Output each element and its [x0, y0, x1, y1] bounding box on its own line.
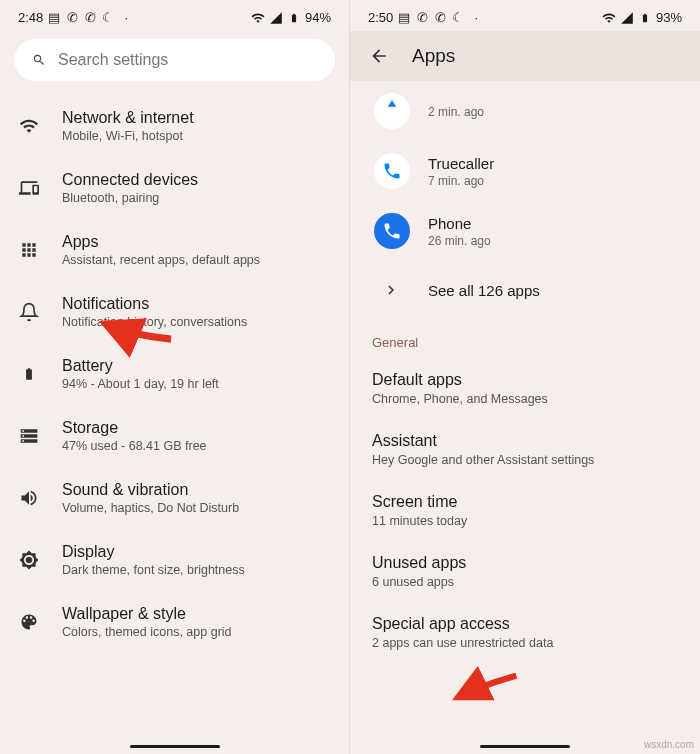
- battery-icon: [18, 363, 40, 385]
- recent-app-row[interactable]: Truecaller 7 min. ago: [350, 141, 700, 201]
- general-screen-time[interactable]: Screen time 11 minutes today: [350, 480, 700, 541]
- signal-icon: [269, 11, 283, 25]
- status-bar: 2:48 ▤ ✆ ✆ ☾ · 94%: [0, 0, 349, 31]
- clock-icon: ✆: [433, 11, 447, 25]
- setting-sub: Notification history, conversations: [62, 315, 331, 329]
- apps-screen: 2:50 ▤ ✆ ✆ ☾ · 93% Apps 2 min. ago: [350, 0, 700, 754]
- phone-icon: ✆: [65, 11, 79, 25]
- app-icon: [374, 93, 410, 129]
- setting-sub: 94% - About 1 day, 19 hr left: [62, 377, 331, 391]
- volume-icon: [18, 487, 40, 509]
- settings-screen: 2:48 ▤ ✆ ✆ ☾ · 94%: [0, 0, 350, 754]
- setting-display[interactable]: Display Dark theme, font size, brightnes…: [0, 529, 349, 591]
- status-battery: 93%: [656, 10, 682, 25]
- apps-header: Apps: [350, 31, 700, 81]
- setting-network[interactable]: Network & internet Mobile, Wi-Fi, hotspo…: [0, 95, 349, 157]
- general-sub: 11 minutes today: [372, 514, 678, 528]
- wifi-icon: [251, 11, 265, 25]
- bell-icon: [18, 301, 40, 323]
- setting-title: Apps: [62, 233, 331, 251]
- general-special-access[interactable]: Special app access 2 apps can use unrest…: [350, 602, 700, 663]
- general-title: Default apps: [372, 371, 678, 389]
- general-sub: 2 apps can use unrestricted data: [372, 636, 678, 650]
- app-sub: 26 min. ago: [428, 234, 682, 248]
- signal-icon: [620, 11, 634, 25]
- setting-notifications[interactable]: Notifications Notification history, conv…: [0, 281, 349, 343]
- general-assistant[interactable]: Assistant Hey Google and other Assistant…: [350, 419, 700, 480]
- setting-title: Notifications: [62, 295, 331, 313]
- setting-sub: Volume, haptics, Do Not Disturb: [62, 501, 331, 515]
- general-sub: Hey Google and other Assistant settings: [372, 453, 678, 467]
- nav-handle[interactable]: [480, 745, 570, 748]
- app-title: Phone: [428, 215, 682, 232]
- page-title: Apps: [412, 45, 455, 67]
- setting-title: Wallpaper & style: [62, 605, 331, 623]
- setting-title: Sound & vibration: [62, 481, 331, 499]
- storage-icon: [18, 425, 40, 447]
- setting-sub: Bluetooth, pairing: [62, 191, 331, 205]
- clock-icon: ✆: [83, 11, 97, 25]
- phone-app-icon: [374, 213, 410, 249]
- app-sub: 2 min. ago: [428, 105, 682, 119]
- search-input[interactable]: [58, 51, 317, 69]
- back-icon[interactable]: [368, 45, 390, 67]
- setting-title: Network & internet: [62, 109, 331, 127]
- status-time: 2:48: [18, 10, 43, 25]
- general-title: Special app access: [372, 615, 678, 633]
- dot-icon: ·: [119, 11, 133, 25]
- message-icon: ▤: [47, 11, 61, 25]
- watermark: wsxdn.com: [644, 739, 694, 750]
- battery-icon: [638, 11, 652, 25]
- setting-title: Connected devices: [62, 171, 331, 189]
- see-all-label: See all 126 apps: [428, 282, 540, 299]
- devices-icon: [18, 177, 40, 199]
- recent-app-row[interactable]: 2 min. ago: [350, 81, 700, 141]
- setting-connected[interactable]: Connected devices Bluetooth, pairing: [0, 157, 349, 219]
- setting-sub: 47% used - 68.41 GB free: [62, 439, 331, 453]
- wifi-icon: [602, 11, 616, 25]
- setting-sound[interactable]: Sound & vibration Volume, haptics, Do No…: [0, 467, 349, 529]
- nav-handle[interactable]: [130, 745, 220, 748]
- section-label: General: [350, 319, 700, 358]
- setting-storage[interactable]: Storage 47% used - 68.41 GB free: [0, 405, 349, 467]
- setting-sub: Mobile, Wi-Fi, hotspot: [62, 129, 331, 143]
- setting-sub: Colors, themed icons, app grid: [62, 625, 331, 639]
- moon-icon: ☾: [451, 11, 465, 25]
- battery-icon: [287, 11, 301, 25]
- apps-icon: [18, 239, 40, 261]
- phone-icon: ✆: [415, 11, 429, 25]
- setting-sub: Dark theme, font size, brightness: [62, 563, 331, 577]
- general-title: Unused apps: [372, 554, 678, 572]
- status-bar: 2:50 ▤ ✆ ✆ ☾ · 93%: [350, 0, 700, 31]
- search-bar[interactable]: [14, 39, 335, 81]
- dot-icon: ·: [469, 11, 483, 25]
- status-time: 2:50: [368, 10, 393, 25]
- setting-title: Battery: [62, 357, 331, 375]
- general-title: Screen time: [372, 493, 678, 511]
- truecaller-icon: [374, 153, 410, 189]
- message-icon: ▤: [397, 11, 411, 25]
- app-title: Truecaller: [428, 155, 682, 172]
- recent-app-row[interactable]: Phone 26 min. ago: [350, 201, 700, 261]
- brightness-icon: [18, 549, 40, 571]
- settings-list: Network & internet Mobile, Wi-Fi, hotspo…: [0, 95, 349, 693]
- setting-title: Storage: [62, 419, 331, 437]
- setting-battery[interactable]: Battery 94% - About 1 day, 19 hr left: [0, 343, 349, 405]
- status-battery: 94%: [305, 10, 331, 25]
- see-all-apps[interactable]: See all 126 apps: [350, 261, 700, 319]
- chevron-right-icon: [380, 279, 402, 301]
- wifi-icon: [18, 115, 40, 137]
- general-default-apps[interactable]: Default apps Chrome, Phone, and Messages: [350, 358, 700, 419]
- general-unused-apps[interactable]: Unused apps 6 unused apps: [350, 541, 700, 602]
- general-sub: Chrome, Phone, and Messages: [372, 392, 678, 406]
- general-sub: 6 unused apps: [372, 575, 678, 589]
- setting-wallpaper[interactable]: Wallpaper & style Colors, themed icons, …: [0, 591, 349, 653]
- setting-sub: Assistant, recent apps, default apps: [62, 253, 331, 267]
- moon-icon: ☾: [101, 11, 115, 25]
- search-icon: [32, 53, 46, 67]
- palette-icon: [18, 611, 40, 633]
- setting-apps[interactable]: Apps Assistant, recent apps, default app…: [0, 219, 349, 281]
- app-sub: 7 min. ago: [428, 174, 682, 188]
- setting-title: Display: [62, 543, 331, 561]
- general-title: Assistant: [372, 432, 678, 450]
